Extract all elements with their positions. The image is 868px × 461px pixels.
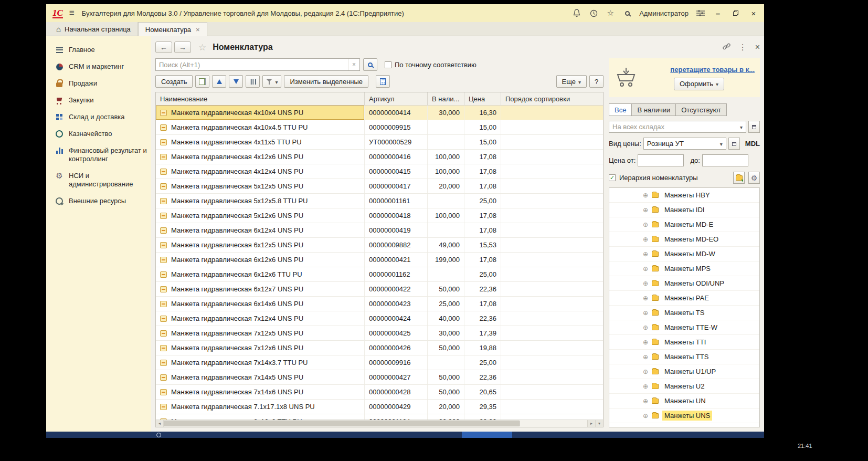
barcode-button[interactable] xyxy=(246,75,260,88)
search-icon[interactable] xyxy=(622,8,632,18)
tree-item[interactable]: Манжеты MPS xyxy=(609,261,759,276)
main-menu-icon[interactable]: ≡ xyxy=(69,8,75,18)
tree-item[interactable]: Манжеты IDI xyxy=(609,203,759,217)
search-input[interactable] xyxy=(156,61,348,69)
tab-home[interactable]: Начальная страница xyxy=(49,22,138,36)
table-row[interactable]: Манжета гидравлическая 7.1x17.1x8 UNS PU… xyxy=(156,400,603,414)
create-button[interactable]: Создать xyxy=(155,75,193,88)
table-row[interactable]: Манжета гидравлическая 5x12x5 UNS PU 000… xyxy=(156,179,603,194)
move-down-button[interactable] xyxy=(229,75,243,88)
expand-icon[interactable] xyxy=(643,324,648,331)
scrollbar-thumb[interactable] xyxy=(164,421,520,426)
sidebar-item[interactable]: Главное xyxy=(46,41,151,58)
tree-item[interactable]: Манжеты TTS xyxy=(609,350,759,364)
table-row[interactable]: Манжета гидравлическая 4x10x4 UNS PU 000… xyxy=(156,106,603,120)
scroll-right-icon[interactable] xyxy=(587,420,595,427)
scroll-down-icon[interactable] xyxy=(595,420,603,427)
back-button[interactable] xyxy=(155,41,172,53)
more-menu-icon[interactable] xyxy=(739,43,747,52)
sidebar-item[interactable]: Закупки xyxy=(46,92,151,109)
column-header-price[interactable]: Цена xyxy=(464,92,501,105)
expand-icon[interactable] xyxy=(643,427,648,428)
expand-icon[interactable] xyxy=(643,265,648,273)
expand-icon[interactable] xyxy=(643,412,648,420)
column-header-name[interactable]: Наименование xyxy=(156,92,365,105)
table-row[interactable]: Манжета гидравлическая 6x12x6 UNS PU 000… xyxy=(156,253,603,267)
price-to-input[interactable] xyxy=(702,154,748,166)
favorite-star-icon[interactable] xyxy=(198,42,206,53)
tree-item[interactable]: Манжеты PAE xyxy=(609,291,759,306)
tab-nomenclature[interactable]: Номенклатура xyxy=(138,22,207,36)
availability-tab[interactable]: Отсутствуют xyxy=(675,103,727,116)
minimize-button[interactable] xyxy=(713,8,723,18)
scroll-left-icon[interactable] xyxy=(156,420,164,427)
sidebar-item[interactable]: Внешние ресурсы xyxy=(46,193,151,209)
price-type-open-button[interactable] xyxy=(728,138,740,150)
column-header-article[interactable]: Артикул xyxy=(365,92,428,105)
sidebar-item[interactable]: Продажи xyxy=(46,75,151,92)
report-button[interactable] xyxy=(376,75,390,88)
expand-icon[interactable] xyxy=(643,236,648,243)
table-row[interactable]: Манжета гидравлическая 6x14x6 UNS PU 000… xyxy=(156,297,603,311)
chevron-down-icon[interactable] xyxy=(718,140,725,148)
availability-tab[interactable]: Все xyxy=(609,103,632,116)
taskbar-active-app[interactable] xyxy=(462,432,512,438)
expand-icon[interactable] xyxy=(643,280,648,287)
table-row[interactable]: Манжета гидравлическая 6x12x5 UNS PU 000… xyxy=(156,238,603,253)
forward-button[interactable] xyxy=(174,41,191,53)
table-row[interactable]: Манжета гидравлическая 7x12x5 UNS PU 000… xyxy=(156,326,603,341)
tree-item[interactable]: Манжеты U1/UP xyxy=(609,364,759,379)
tree-item[interactable]: Манжеты MD-E xyxy=(609,217,759,232)
table-row[interactable]: Манжета гидравлическая 8x12x3 TTU PU 000… xyxy=(156,414,603,420)
taskbar-search-icon[interactable] xyxy=(156,433,161,437)
sidebar-item[interactable]: Финансовый результат и контроллинг xyxy=(46,142,151,167)
tree-item[interactable]: Манжеты UP xyxy=(609,423,759,427)
horizontal-scrollbar[interactable] xyxy=(156,420,603,427)
tree-settings-button[interactable] xyxy=(748,172,760,184)
table-row[interactable]: Манжета гидравлическая 7x14x6 UNS PU 000… xyxy=(156,385,603,400)
sidebar-item[interactable]: Казначейство xyxy=(46,125,151,142)
taskbar[interactable] xyxy=(46,432,764,438)
edit-selected-button[interactable]: Изменить выделенные xyxy=(284,75,368,88)
help-button[interactable]: ? xyxy=(589,75,604,88)
tree-item[interactable]: Манжеты ODI/UNP xyxy=(609,276,759,291)
move-up-button[interactable] xyxy=(212,75,226,88)
expand-icon[interactable] xyxy=(643,206,648,214)
favorites-icon[interactable]: ☆ xyxy=(606,8,615,18)
copy-item-button[interactable] xyxy=(195,75,209,88)
tree-item[interactable]: Манжеты TTI xyxy=(609,335,759,350)
table-row[interactable]: Манжета гидравлическая 4x12x4 UNS PU 000… xyxy=(156,164,603,179)
tree-folder-button[interactable] xyxy=(733,172,745,184)
table-row[interactable]: Манжета гидравлическая 4x11x5 TTU PU УТ0… xyxy=(156,135,603,150)
history-icon[interactable] xyxy=(589,8,598,18)
expand-icon[interactable] xyxy=(643,250,648,258)
table-row[interactable]: Манжета гидравлическая 7x12x4 UNS PU 000… xyxy=(156,311,603,326)
expand-icon[interactable] xyxy=(643,368,648,375)
column-header-qty[interactable]: В нали... xyxy=(428,92,464,105)
table-row[interactable]: Манжета гидравлическая 4x10x4.5 TTU PU 0… xyxy=(156,120,603,135)
sidebar-item[interactable]: Склад и доставка xyxy=(46,109,151,125)
exact-match-option[interactable]: По точному соответствию xyxy=(385,61,477,69)
tab-close-icon[interactable] xyxy=(196,26,200,34)
expand-icon[interactable] xyxy=(643,383,648,390)
table-row[interactable]: Манжета гидравлическая 5x12x5.8 TTU PU 0… xyxy=(156,194,603,208)
expand-icon[interactable] xyxy=(643,221,648,228)
sidebar-item[interactable]: CRM и маркетинг xyxy=(46,58,151,75)
table-row[interactable]: Манжета гидравлическая 4x12x6 UNS PU 000… xyxy=(156,150,603,164)
table-row[interactable]: Манжета гидравлическая 6x12x4 UNS PU 000… xyxy=(156,223,603,238)
expand-icon[interactable] xyxy=(643,309,648,317)
tree-item[interactable]: Манжеты MD-EO xyxy=(609,232,759,247)
restore-button[interactable] xyxy=(731,8,741,18)
tree-item[interactable]: Манжеты U2 xyxy=(609,379,759,394)
table-row[interactable]: Манжета гидравлическая 7x14x3.7 TTU PU 0… xyxy=(156,355,603,370)
expand-icon[interactable] xyxy=(643,295,648,302)
checkout-button[interactable]: Оформить xyxy=(674,78,724,90)
close-form-icon[interactable] xyxy=(755,43,760,52)
price-from-input[interactable] xyxy=(638,154,684,166)
tree-item[interactable]: Манжеты MD-W xyxy=(609,247,759,261)
close-button[interactable] xyxy=(748,8,759,18)
filter-button[interactable] xyxy=(262,75,281,88)
expand-icon[interactable] xyxy=(643,353,648,361)
notifications-bell-icon[interactable] xyxy=(572,8,581,18)
table-row[interactable]: Манжета гидравлическая 7x14x5 UNS PU 000… xyxy=(156,370,603,385)
